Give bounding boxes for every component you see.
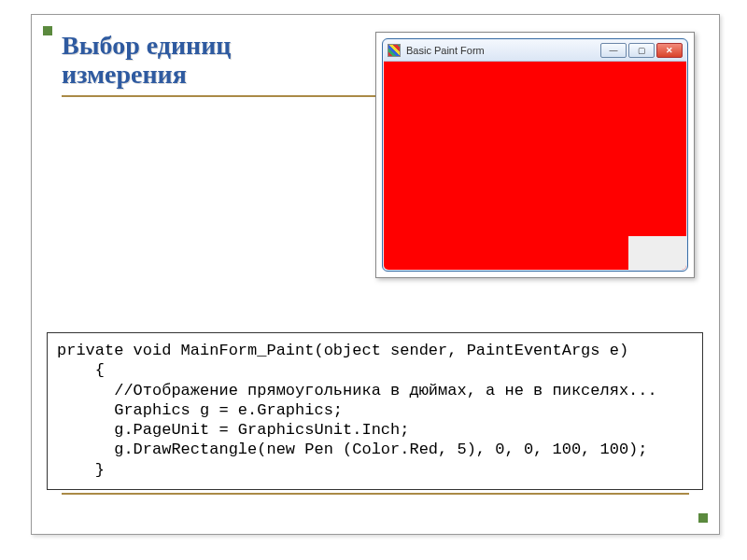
maximize-button[interactable]: ▢ bbox=[628, 43, 655, 58]
slide-frame: Выбор единиц измерения Basic Paint Form … bbox=[31, 14, 720, 535]
code-line-2: { bbox=[57, 361, 105, 379]
code-line-7: } bbox=[57, 461, 105, 479]
window-client-area bbox=[384, 61, 686, 270]
app-icon bbox=[388, 44, 401, 57]
screenshot-window-frame: Basic Paint Form — ▢ ✕ bbox=[375, 32, 695, 278]
code-line-4: Graphics g = e.Graphics; bbox=[57, 401, 343, 419]
slide-title: Выбор единиц измерения bbox=[62, 32, 379, 97]
slide-title-line1: Выбор единиц bbox=[62, 31, 232, 60]
code-line-3: //Отображение прямоугольника в дюймах, а… bbox=[57, 382, 657, 399]
code-line-6: g.DrawRectangle(new Pen (Color.Red, 5), … bbox=[57, 441, 648, 458]
title-rule bbox=[62, 95, 379, 97]
maximize-icon: ▢ bbox=[638, 46, 646, 55]
code-line-5: g.PageUnit = GraphicsUnit.Inch; bbox=[57, 421, 409, 439]
corner-decor-top-left bbox=[43, 26, 52, 35]
minimize-icon: — bbox=[610, 46, 618, 55]
window-titlebar: Basic Paint Form — ▢ ✕ bbox=[384, 40, 686, 61]
close-button[interactable]: ✕ bbox=[656, 43, 683, 58]
code-line-1: private void MainForm_Paint(object sende… bbox=[57, 342, 628, 359]
close-icon: ✕ bbox=[666, 46, 673, 55]
window-buttons: — ▢ ✕ bbox=[600, 43, 683, 58]
client-corner-gap bbox=[628, 236, 686, 270]
window-title: Basic Paint Form bbox=[406, 45, 600, 56]
corner-decor-bottom-right bbox=[698, 513, 708, 523]
slide-title-line2: измерения bbox=[62, 60, 187, 89]
code-listing: private void MainForm_Paint(object sende… bbox=[47, 332, 703, 490]
bottom-rule bbox=[62, 493, 689, 495]
app-window: Basic Paint Form — ▢ ✕ bbox=[382, 38, 688, 272]
minimize-button[interactable]: — bbox=[600, 43, 627, 58]
